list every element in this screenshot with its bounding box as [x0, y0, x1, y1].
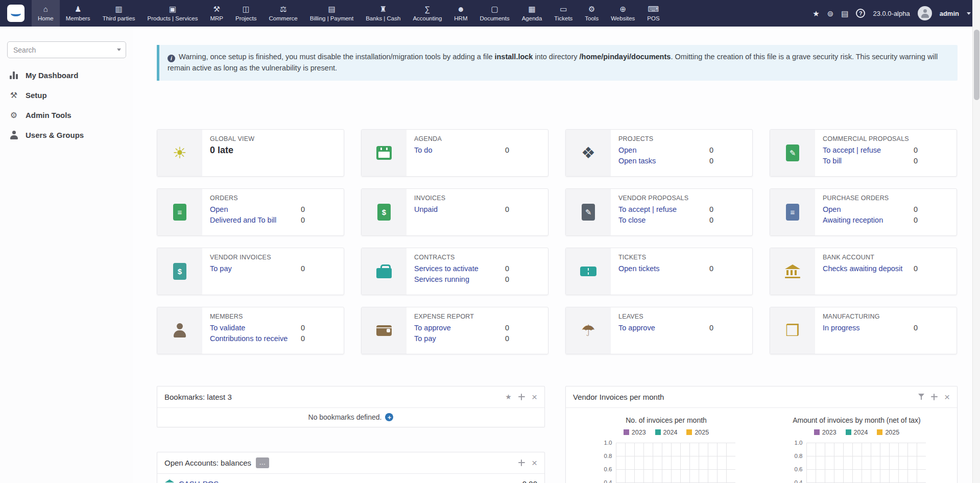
widget-link[interactable]: To accept | refuse — [618, 204, 709, 215]
widget-row: Services running0 — [414, 274, 548, 285]
vertical-scrollbar-track[interactable] — [972, 0, 980, 483]
y-tick-label: 0.4 — [795, 479, 803, 483]
legend-item-2023: 2023 — [814, 429, 836, 436]
widget-link[interactable]: Unpaid — [414, 204, 505, 215]
menu-projects[interactable]: ◫Projects — [229, 0, 263, 27]
legend-swatch — [814, 429, 820, 435]
widget-link[interactable]: To pay — [414, 333, 505, 345]
widget-count: 0 — [505, 323, 509, 334]
widget-link[interactable]: Open — [823, 204, 914, 215]
y-tick-label: 1.0 — [604, 440, 612, 446]
y-axis: 1.00.80.60.4 — [788, 443, 806, 483]
print-icon[interactable]: ▤ — [841, 10, 848, 17]
widget-link[interactable]: Open tasks — [618, 156, 709, 167]
menu-documents[interactable]: ▢Documents — [474, 0, 516, 27]
menu-tools[interactable]: ⚙Tools — [579, 0, 605, 27]
widget-link[interactable]: Open tickets — [618, 263, 709, 275]
sidebar-item-my-dashboard[interactable]: My Dashboard — [0, 65, 133, 85]
help-icon[interactable]: ? — [856, 9, 865, 18]
close-icon[interactable] — [532, 393, 537, 401]
chart-title: Amount of invoices by month (net of tax) — [788, 416, 926, 424]
widget-title: EXPENSE REPORT — [414, 313, 548, 320]
search-input[interactable] — [7, 41, 126, 58]
menu-members[interactable]: ♟Members — [60, 0, 97, 27]
billing-payment-icon: ▤ — [328, 5, 335, 13]
users-groups-icon — [10, 131, 18, 139]
widget-link[interactable]: In progress — [823, 323, 914, 334]
user-avatar[interactable] — [918, 6, 932, 20]
widget-row: To approve0 — [618, 323, 752, 334]
sidebar-item-admin-tools[interactable]: ⚙ Admin Tools — [0, 105, 133, 125]
app-logo[interactable] — [0, 0, 32, 27]
widget-link[interactable]: Open — [618, 145, 709, 156]
widget-body: VENDOR INVOICESTo pay0 — [202, 248, 344, 295]
widget-icon-zone: ☂ — [566, 307, 611, 354]
widget-link[interactable]: To accept | refuse — [823, 145, 914, 156]
username-label[interactable]: admin — [940, 10, 959, 17]
close-icon[interactable] — [944, 393, 950, 401]
widget-row: To bill0 — [823, 156, 957, 167]
add-bookmark-button[interactable] — [385, 413, 393, 421]
menu-banks-cash[interactable]: ♜Banks | Cash — [360, 0, 407, 27]
panel-options-button[interactable]: … — [256, 457, 269, 468]
tickets-icon: ▭ — [560, 5, 567, 13]
bug-report-icon[interactable]: ⊚ — [827, 10, 834, 17]
widget-link[interactable]: Services running — [414, 274, 505, 285]
widget-link[interactable]: To close — [618, 215, 709, 226]
plot-grid — [806, 443, 926, 483]
menu-commerce[interactable]: ⚖Commerce — [263, 0, 304, 27]
widget-link[interactable]: Open — [210, 204, 301, 215]
widget-title: PROJECTS — [618, 135, 752, 142]
sidebar-item-users-groups[interactable]: Users & Groups — [0, 125, 133, 145]
move-icon[interactable] — [518, 394, 525, 400]
widget-title: MANUFACTURING — [823, 313, 957, 320]
move-icon[interactable] — [931, 394, 938, 400]
menu-third-parties[interactable]: ▥Third parties — [97, 0, 141, 27]
widget-link[interactable]: Checks awaiting deposit — [823, 263, 914, 275]
menu-hrm[interactable]: ☻HRM — [448, 0, 473, 27]
menu-label: Projects — [235, 15, 257, 21]
widget-link[interactable]: To pay — [210, 263, 301, 275]
filter-icon[interactable] — [918, 393, 924, 400]
menu-home[interactable]: ⌂Home — [32, 0, 60, 27]
sidebar-item-setup[interactable]: ⚒ Setup — [0, 85, 133, 105]
menu-accounting[interactable]: ∑Accounting — [407, 0, 448, 27]
widget-body: GLOBAL VIEW0 late — [202, 130, 344, 176]
open-accounts-panel: Open Accounts: balances … CASH-POS 0.00 — [157, 452, 545, 483]
pos-icon: ⌨ — [648, 5, 659, 13]
widget-link[interactable]: Contributions to receive — [210, 333, 301, 345]
widget-link[interactable]: To do — [414, 145, 505, 156]
menu-label: Home — [38, 15, 54, 21]
star-icon[interactable] — [505, 393, 512, 401]
close-icon[interactable] — [532, 459, 537, 467]
widget-link[interactable]: Delivered and To bill — [210, 215, 301, 226]
widget-tickets: TICKETSOpen tickets0 — [565, 248, 753, 295]
widget-body: MEMBERSTo validate0Contributions to rece… — [202, 307, 344, 354]
menu-pos[interactable]: ⌨POS — [641, 0, 665, 27]
widget-link[interactable]: Awaiting reception — [823, 215, 914, 226]
account-link[interactable]: CASH-POS — [179, 479, 219, 483]
menu-tickets[interactable]: ▭Tickets — [548, 0, 579, 27]
menu-websites[interactable]: ⊕Websites — [605, 0, 641, 27]
menu-mrp[interactable]: ⚒MRP — [204, 0, 229, 27]
widget-icon-zone — [566, 248, 611, 295]
move-icon[interactable] — [518, 460, 525, 466]
search-dropdown-caret-icon[interactable] — [117, 49, 121, 51]
widget-link[interactable]: To bill — [823, 156, 914, 167]
bookmarks-panel: Bookmarks: latest 3 No bookmarks defined… — [157, 386, 545, 427]
user-menu-caret-icon[interactable] — [967, 12, 971, 15]
widget-link[interactable]: To approve — [618, 323, 709, 334]
menu-products-services[interactable]: ▣Products | Services — [141, 0, 204, 27]
vertical-scrollbar-thumb[interactable] — [974, 30, 979, 100]
widget-link[interactable]: To validate — [210, 323, 301, 334]
menu-billing-payment[interactable]: ▤Billing | Payment — [304, 0, 360, 27]
dolibarr-logo-icon — [7, 5, 25, 22]
topbar-right-cluster: ★⊚▤? 23.0.0-alpha admin — [812, 0, 971, 27]
members-icon: ♟ — [75, 5, 81, 13]
widget-link[interactable]: Services to activate — [414, 263, 505, 275]
menu-agenda[interactable]: ▦Agenda — [516, 0, 548, 27]
widget-count: 0 — [301, 263, 305, 275]
widget-link[interactable]: To approve — [414, 323, 505, 334]
bookmark-star-icon[interactable]: ★ — [812, 10, 819, 17]
widget-row: Services to activate0 — [414, 263, 548, 275]
